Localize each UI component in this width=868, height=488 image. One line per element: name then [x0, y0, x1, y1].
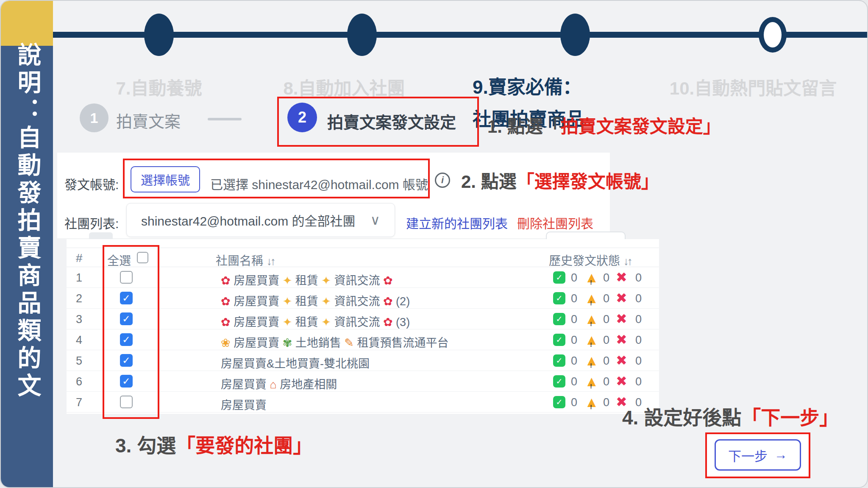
row-index: 5 [76, 354, 82, 368]
group-name[interactable]: ✿ 房屋買賣 ✦ 租賃 ✦ 資訊交流 ✿ (3) [221, 313, 410, 329]
fail-count: 0 [635, 334, 642, 347]
step-dot-9 [560, 14, 590, 56]
warning-icon: ▲! [584, 393, 599, 410]
fail-icon: ✖ [616, 290, 627, 307]
sparkles-icon: ✦ [283, 274, 292, 287]
choose-account-button[interactable]: 選擇帳號 [131, 166, 200, 192]
rose-icon: ✿ [383, 274, 393, 287]
success-icon: ✓ [553, 313, 565, 325]
next-step-label: 下一步 [728, 446, 768, 465]
arrow-right-icon: → [774, 447, 787, 463]
group-name[interactable]: 房屋買賣&土地買賣-雙北桃園 [221, 354, 370, 371]
row-index: 4 [76, 334, 82, 347]
rose-icon: ✿ [221, 274, 231, 287]
warning-icon: ▲! [584, 290, 599, 307]
fail-count: 0 [635, 271, 642, 284]
info-icon[interactable]: i [435, 173, 450, 188]
success-icon: ✓ [553, 292, 565, 304]
step-label-7: 7.自動養號 [74, 74, 244, 100]
rose-icon: ✿ [221, 316, 231, 329]
fail-count: 0 [635, 292, 642, 305]
highlight-box-checkboxes [103, 245, 159, 419]
warning-count: 0 [603, 271, 609, 284]
step-dot-10 [759, 17, 787, 53]
warning-count: 0 [603, 396, 609, 409]
group-name[interactable]: ✿ 房屋買賣 ✦ 租賃 ✦ 資訊交流 ✿ (2) [221, 292, 410, 309]
fail-count: 0 [635, 313, 642, 326]
col-index-header: # [76, 251, 83, 265]
fail-icon: ✖ [616, 331, 627, 348]
tutorial-slide: 7.自動養號 8.自動加入社團 10.自動熱門貼文留言 9.賣家必備： 社團拍賣… [0, 0, 868, 488]
success-count: 0 [571, 354, 577, 368]
warning-count: 0 [603, 313, 609, 326]
delete-list-link[interactable]: 刪除社團列表 [517, 213, 593, 232]
col-name-header[interactable]: 社團名稱 ↓↑ [216, 251, 274, 268]
success-icon: ✓ [553, 271, 565, 284]
group-name[interactable]: 房屋買賣 ⌂ 房地產相關 [221, 375, 337, 392]
success-count: 0 [571, 375, 577, 388]
success-count: 0 [571, 271, 577, 284]
tab-step1-circle[interactable]: 1 [80, 103, 108, 132]
success-count: 0 [571, 396, 577, 409]
row-index: 6 [76, 375, 82, 388]
row-index: 1 [76, 271, 82, 284]
sort-icon: ↓↑ [267, 255, 274, 268]
tab-step2-circle[interactable]: 2 [287, 103, 317, 132]
warning-count: 0 [603, 375, 609, 388]
annotation-1: 1. 點選「拍賣文案發文設定」 [487, 112, 721, 138]
account-label: 發文帳號: [64, 174, 119, 193]
warning-count: 0 [603, 354, 609, 368]
annotation-4: 4. 設定好後點「下一步」 [622, 402, 839, 430]
warning-icon: ▲! [584, 269, 599, 286]
step-label-8: 8.自動加入社團 [259, 74, 429, 100]
selected-account-text: 已選擇 shinestar42@hotmail.com 帳號 [210, 174, 428, 193]
sparkles-icon: ✦ [321, 274, 331, 287]
fail-icon: ✖ [616, 352, 627, 369]
success-icon: ✓ [553, 396, 565, 408]
corner-accent [1, 1, 53, 46]
row-index: 7 [76, 396, 82, 409]
step-dot-8 [347, 14, 377, 56]
group-name[interactable]: ❀ 房屋買賣 ✾ 土地銷售 ✎ 租賃預售流通平台 [221, 334, 448, 350]
warning-icon: ▲! [584, 310, 599, 327]
group-list-dropdown[interactable]: shinestar42@hotmail.com 的全部社團 ∨ [126, 203, 395, 237]
sidebar-caption: 說明：自動發拍賣商品類的文 [15, 42, 39, 401]
group-name[interactable]: ✿ 房屋買賣 ✦ 租賃 ✦ 資訊交流 ✿ [221, 271, 393, 288]
rose-icon: ✿ [221, 295, 231, 308]
success-icon: ✓ [553, 375, 565, 388]
row-index: 2 [76, 292, 82, 305]
tab-step2-label[interactable]: 拍賣文案發文設定 [327, 109, 456, 133]
success-count: 0 [571, 292, 577, 305]
sparkles-icon: ✦ [321, 316, 331, 329]
sunflower-icon: ❀ [221, 337, 231, 349]
next-step-button[interactable]: 下一步 → [715, 439, 801, 471]
fail-count: 0 [635, 375, 642, 388]
progress-line [53, 32, 867, 38]
chevron-down-icon: ∨ [370, 212, 380, 228]
sort-icon: ↓↑ [623, 255, 631, 268]
annotation-3: 3. 勾選「要發的社團」 [115, 430, 312, 458]
warning-icon: ▲! [584, 352, 599, 369]
step-label-10: 10.自動熱門貼文留言 [643, 74, 863, 100]
fail-count: 0 [635, 354, 642, 368]
col-status-header[interactable]: 歷史發文狀態 ↓↑ [549, 251, 631, 268]
tab-step1-label[interactable]: 拍賣文案 [116, 109, 181, 132]
warning-count: 0 [603, 334, 609, 347]
success-count: 0 [571, 313, 577, 326]
sparkles-icon: ✦ [283, 316, 292, 329]
sprout-icon: ✾ [283, 337, 292, 349]
group-name[interactable]: 房屋買賣 [221, 396, 267, 413]
writing-icon: ✎ [344, 337, 354, 349]
warning-icon: ▲! [584, 331, 599, 348]
tab-step1-number: 1 [90, 110, 98, 126]
row-index: 3 [76, 313, 82, 326]
fail-icon: ✖ [616, 373, 627, 390]
house-icon: ⌂ [270, 378, 277, 391]
annotation-2: 2. 點選「選擇發文帳號」 [461, 167, 659, 193]
warning-count: 0 [603, 292, 609, 305]
create-list-link[interactable]: 建立新的社團列表 [406, 213, 508, 232]
exclamation-mark: ! [590, 399, 592, 415]
sparkles-icon: ✦ [283, 295, 292, 308]
fail-icon: ✖ [616, 269, 627, 286]
rose-icon: ✿ [383, 295, 393, 308]
